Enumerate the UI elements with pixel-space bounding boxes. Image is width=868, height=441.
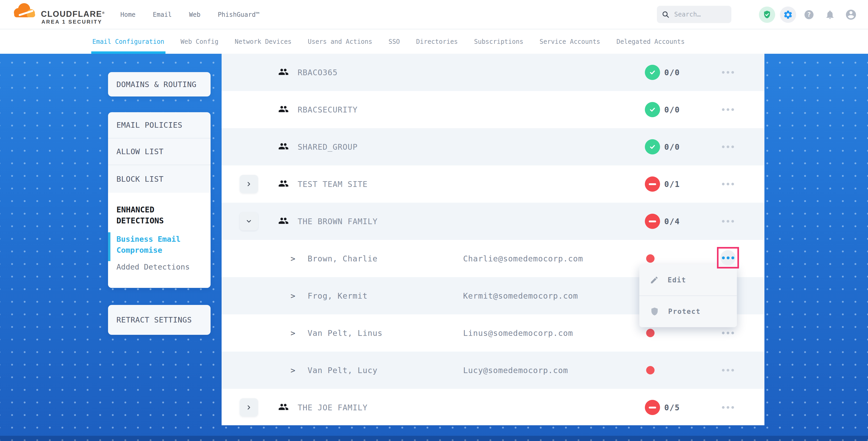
gear-icon[interactable] xyxy=(780,6,796,23)
table-row-member[interactable]: > Van Pelt, Lucy Lucy@somedemocorp.com xyxy=(222,352,765,389)
help-icon[interactable]: ? xyxy=(801,6,817,23)
row-more-button[interactable] xyxy=(719,141,737,153)
group-name: SHARED_GROUP xyxy=(298,143,358,152)
member-email: Linus@somedemocorp.com xyxy=(463,328,573,338)
member-arrow-icon: > xyxy=(290,291,295,301)
chevron-down-icon xyxy=(245,218,252,225)
group-name: THE BROWN FAMILY xyxy=(298,217,378,226)
group-icon xyxy=(277,216,289,227)
nav-web[interactable]: Web xyxy=(189,11,200,18)
expand-row-button[interactable] xyxy=(240,398,258,417)
row-more-button[interactable] xyxy=(719,104,737,115)
row-more-button-active[interactable] xyxy=(720,250,736,265)
protected-badge xyxy=(645,102,660,117)
sidebar-item-retract-settings[interactable]: RETRACT SETTINGS xyxy=(108,305,211,335)
nav-home[interactable]: Home xyxy=(120,11,135,18)
group-icon xyxy=(277,104,289,115)
sidebar-item-allow-list[interactable]: ALLOW LIST xyxy=(108,138,211,165)
enhanced-detections-title: ENHANCED DETECTIONS xyxy=(117,204,195,226)
chevron-right-icon xyxy=(245,404,252,411)
sidebar-card-policies: EMAIL POLICIES ALLOW LIST BLOCK LIST ENH… xyxy=(108,112,211,288)
member-arrow-icon: > xyxy=(290,254,295,263)
group-name: RBACO365 xyxy=(298,68,338,77)
context-menu-edit[interactable]: Edit xyxy=(639,264,737,295)
sidebar-item-email-policies[interactable]: EMAIL POLICIES xyxy=(108,112,211,138)
context-menu-edit-label: Edit xyxy=(668,276,686,284)
group-name: TEST TEAM SITE xyxy=(298,180,368,189)
tab-web-config[interactable]: Web Config xyxy=(181,29,219,54)
config-tabbar: Email Configuration Web Config Network D… xyxy=(0,29,868,54)
table-row[interactable]: RBACO365 0/0 xyxy=(222,54,765,91)
tab-email-configuration[interactable]: Email Configuration xyxy=(92,29,164,54)
expand-row-button[interactable] xyxy=(240,175,258,193)
member-email: Charlie@somedemocorp.com xyxy=(463,254,583,263)
search-box[interactable] xyxy=(657,6,732,23)
brand-name: CLOUDFLARE® xyxy=(41,9,105,19)
nav-email[interactable]: Email xyxy=(153,11,172,18)
shield-check-icon[interactable] xyxy=(759,6,775,23)
svg-text:?: ? xyxy=(807,11,811,18)
protection-count: 0/5 xyxy=(664,403,680,412)
tab-sso[interactable]: SSO xyxy=(389,29,400,54)
group-name: THE JOE FAMILY xyxy=(298,403,368,412)
member-name: Frog, Kermit xyxy=(308,291,368,301)
tab-network-devices[interactable]: Network Devices xyxy=(235,29,291,54)
bell-icon[interactable] xyxy=(822,6,838,23)
header-icons: ? xyxy=(759,6,859,23)
attention-badge xyxy=(645,400,660,415)
member-email: Lucy@somedemocorp.com xyxy=(463,366,568,375)
row-more-button[interactable] xyxy=(719,216,737,227)
row-more-button[interactable] xyxy=(719,365,737,376)
protection-count: 0/0 xyxy=(664,68,680,77)
tab-subscriptions[interactable]: Subscriptions xyxy=(474,29,523,54)
brand-mark: ® xyxy=(102,11,105,15)
unprotected-dot xyxy=(646,329,655,337)
sidebar-item-added-detections[interactable]: Added Detections xyxy=(117,262,202,271)
table-row[interactable]: THE BROWN FAMILY 0/4 xyxy=(222,203,765,240)
member-name: Van Pelt, Linus xyxy=(308,328,382,338)
attention-badge xyxy=(645,214,660,229)
member-name: Brown, Charlie xyxy=(308,254,378,263)
cloudflare-cloud-icon xyxy=(10,2,40,18)
tab-service-accounts[interactable]: Service Accounts xyxy=(540,29,600,54)
member-arrow-icon: > xyxy=(290,328,295,338)
row-more-button[interactable] xyxy=(719,402,737,413)
protected-badge xyxy=(645,139,660,154)
group-icon xyxy=(277,141,289,153)
attention-badge xyxy=(645,177,660,192)
context-menu-protect[interactable]: Protect xyxy=(639,295,737,327)
sidebar-item-block-list[interactable]: BLOCK LIST xyxy=(108,165,211,193)
tab-delegated-accounts[interactable]: Delegated Accounts xyxy=(617,29,685,54)
table-row[interactable]: SHARED_GROUP 0/0 xyxy=(222,128,765,165)
nav-phishguard[interactable]: PhishGuard™ xyxy=(218,11,259,18)
bottom-strip xyxy=(0,436,868,441)
sidebar-card-domains: DOMAINS & ROUTING xyxy=(108,72,211,96)
sidebar-item-domains-routing[interactable]: DOMAINS & ROUTING xyxy=(108,72,211,96)
table-row[interactable]: RBACSECURITY 0/0 xyxy=(222,91,765,128)
shield-icon xyxy=(650,307,659,316)
search-input[interactable] xyxy=(674,10,721,18)
member-email: Kermit@somedemocorp.com xyxy=(463,291,578,301)
cloudflare-logo[interactable]: CLOUDFLARE® AREA 1 SECURITY xyxy=(10,1,100,28)
protection-count: 0/4 xyxy=(664,217,680,226)
group-name: RBACSECURITY xyxy=(298,105,358,114)
collapse-row-button[interactable] xyxy=(240,212,258,230)
account-icon[interactable] xyxy=(843,6,859,23)
row-more-button[interactable] xyxy=(719,327,737,339)
protection-count: 0/1 xyxy=(664,180,680,189)
tab-directories[interactable]: Directories xyxy=(416,29,458,54)
active-item-indicator xyxy=(108,232,111,261)
unprotected-dot xyxy=(646,366,655,374)
table-row[interactable]: THE JOE FAMILY 0/5 xyxy=(222,389,765,426)
group-icon xyxy=(277,402,289,413)
row-more-button[interactable] xyxy=(719,178,737,190)
sidebar-item-business-email-compromise[interactable]: Business Email Compromise xyxy=(117,233,195,256)
protected-badge xyxy=(645,65,660,80)
row-more-button[interactable] xyxy=(719,67,737,78)
highlight-outline xyxy=(717,247,739,269)
pencil-icon xyxy=(650,276,659,284)
chevron-right-icon xyxy=(245,181,252,187)
table-row[interactable]: TEST TEAM SITE 0/1 xyxy=(222,165,765,203)
tab-users-and-actions[interactable]: Users and Actions xyxy=(308,29,372,54)
top-navigation: Home Email Web PhishGuard™ xyxy=(120,0,259,29)
